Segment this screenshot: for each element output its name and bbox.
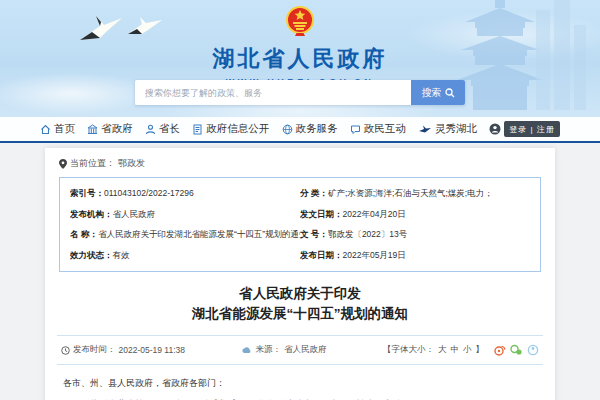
user-icon bbox=[489, 123, 501, 135]
site-title: 湖北省人民政府 bbox=[0, 44, 600, 74]
document-icon bbox=[192, 124, 203, 135]
person-icon bbox=[145, 124, 156, 135]
publish-time: 发布时间： 2022-05-19 11:38 bbox=[61, 344, 185, 356]
search-button[interactable]: 搜索 bbox=[411, 80, 465, 105]
article-meta-row: 发布时间： 2022-05-19 11:38 来源： 省人民政府 【字体大小： … bbox=[59, 336, 541, 364]
meta-index-number: 索引号：011043102/2022-17296 bbox=[70, 188, 300, 199]
meta-issuing-agency: 发布机构：省人民政府 bbox=[70, 209, 300, 220]
body-paragraph: 现将《湖北省能源发展“十四五”规划》印发给你们，请结合工作实际，认真贯彻执行。 bbox=[63, 396, 537, 400]
content-area: 当前位置： 鄂政发 索引号：011043102/2022-17296 分 类：矿… bbox=[0, 143, 600, 398]
nav-item-public-interaction[interactable]: 政民互动 bbox=[350, 122, 406, 136]
meta-category: 分 类：矿产;水资源;海洋;石油与天然气;煤炭;电力； bbox=[300, 188, 530, 199]
nav-item-scenic-hubei[interactable]: 灵秀湖北 bbox=[418, 122, 477, 136]
site-header: 湖北省人民政府 WWW.HUBEI.GOV.CN 搜索 bbox=[0, 0, 600, 117]
chat-bubble-icon bbox=[350, 124, 361, 135]
font-size-small[interactable]: 小 bbox=[463, 344, 472, 356]
meta-document-number: 文 号：鄂政发〔2022〕13号 bbox=[300, 229, 530, 240]
meta-publish-date: 发布日期：2022年05月19日 bbox=[300, 250, 530, 261]
weibo-share-icon[interactable] bbox=[494, 344, 506, 356]
globe-icon bbox=[282, 124, 293, 135]
location-pin-icon bbox=[59, 159, 67, 169]
breadcrumb-current[interactable]: 鄂政发 bbox=[118, 157, 145, 170]
share-buttons bbox=[494, 344, 539, 356]
salutation: 各市、州、县人民政府，省政府各部门： bbox=[63, 375, 537, 392]
breadcrumb: 当前位置： 鄂政发 bbox=[59, 154, 541, 177]
main-nav: 首页 省政府 省长 政府信息公开 政务服务 政民互动 灵秀湖北 登录 | 注册 bbox=[0, 117, 600, 143]
search-icon bbox=[445, 88, 455, 98]
document-metadata-table: 索引号：011043102/2022-17296 分 类：矿产;水资源;海洋;石… bbox=[59, 177, 541, 272]
bird-icon bbox=[418, 124, 432, 135]
article-title: 省人民政府关于印发 湖北省能源发展“十四五”规划的通知 bbox=[59, 284, 541, 326]
search-button-label: 搜索 bbox=[422, 86, 442, 100]
wechat-share-icon[interactable] bbox=[510, 344, 523, 356]
document-card: 当前位置： 鄂政发 索引号：011043102/2022-17296 分 类：矿… bbox=[45, 148, 555, 400]
home-icon bbox=[40, 124, 51, 135]
meta-document-title: 名 称：省人民政府关于印发湖北省能源发展“十四五”规划的通知 bbox=[70, 229, 300, 240]
national-emblem bbox=[285, 6, 315, 38]
government-building-icon bbox=[87, 124, 98, 135]
nav-item-gov-services[interactable]: 政务服务 bbox=[282, 122, 338, 136]
meta-validity-status: 效力状态：有效 bbox=[70, 250, 300, 261]
cloud-icon bbox=[241, 346, 252, 354]
nav-item-provincial-government[interactable]: 省政府 bbox=[87, 122, 133, 136]
breadcrumb-label: 当前位置： bbox=[70, 157, 115, 170]
meta-issue-date: 发文日期：2022年04月20日 bbox=[300, 209, 530, 220]
font-size-medium[interactable]: 中 bbox=[450, 344, 459, 356]
article-source: 来源： 省人民政府 bbox=[241, 344, 326, 356]
login-register-button[interactable]: 登录 | 注册 bbox=[504, 121, 560, 137]
auth-area: 登录 | 注册 bbox=[489, 121, 560, 137]
search-bar: 搜索 bbox=[135, 80, 465, 105]
search-input[interactable] bbox=[135, 80, 411, 105]
font-size-control: 【字体大小： 大 中 小 】 bbox=[383, 344, 539, 356]
article-body: 各市、州、县人民政府，省政府各部门： 现将《湖北省能源发展“十四五”规划》印发给… bbox=[59, 365, 541, 400]
font-size-large[interactable]: 大 bbox=[438, 344, 447, 356]
nav-item-info-disclosure[interactable]: 政府信息公开 bbox=[192, 122, 269, 136]
nav-item-governor[interactable]: 省长 bbox=[145, 122, 180, 136]
nav-item-home[interactable]: 首页 bbox=[40, 122, 75, 136]
qq-share-icon[interactable] bbox=[527, 344, 539, 356]
clock-icon bbox=[61, 346, 70, 355]
